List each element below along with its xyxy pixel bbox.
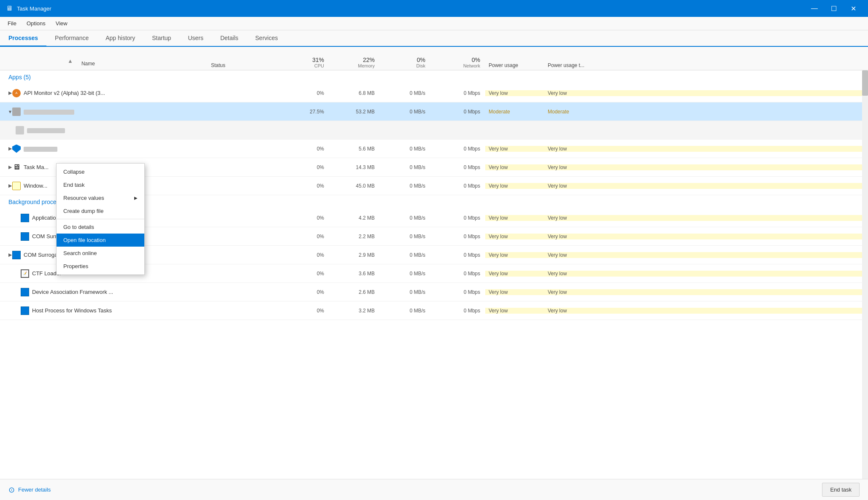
process-icon — [12, 250, 21, 260]
tab-startup[interactable]: Startup — [143, 30, 179, 47]
ctx-open-file-label: Open file location — [63, 237, 105, 243]
process-memory: 3.6 MB — [329, 271, 380, 277]
close-button[interactable]: ✕ — [844, 0, 863, 17]
process-icon — [15, 126, 24, 135]
process-disk: 0 MB/s — [380, 289, 430, 295]
process-power2: Very low — [544, 234, 868, 239]
process-network: 0 Mbps — [430, 215, 485, 221]
ctx-separator — [57, 219, 144, 219]
fewer-details-button[interactable]: ⊙ Fewer details — [8, 485, 51, 495]
process-power: Very low — [485, 164, 544, 170]
tab-performance[interactable]: Performance — [46, 30, 97, 47]
process-power2: Very low — [544, 308, 868, 314]
process-icon — [20, 213, 30, 223]
ctx-properties[interactable]: Properties — [57, 260, 144, 273]
minimize-button[interactable]: — — [805, 0, 824, 17]
expand-icon[interactable]: ▶ — [2, 146, 12, 151]
tab-details[interactable]: Details — [212, 30, 247, 47]
process-cpu: 0% — [279, 146, 329, 152]
process-power2: Very low — [544, 271, 868, 277]
ctx-search-online[interactable]: Search online — [57, 247, 144, 260]
table-row[interactable] — [0, 121, 868, 140]
col-header-memory: 22% Memory — [329, 56, 380, 68]
expand-icon[interactable]: ▶ — [2, 183, 12, 188]
process-cpu: 0% — [279, 289, 329, 295]
process-cpu: 0% — [279, 90, 329, 96]
fewer-details-icon: ⊙ — [8, 485, 15, 495]
process-disk: 0 MB/s — [380, 146, 430, 152]
tab-services[interactable]: Services — [247, 30, 287, 47]
process-disk: 0 MB/s — [380, 234, 430, 239]
process-name: Device Association Framework ... — [32, 289, 171, 295]
tab-users[interactable]: Users — [179, 30, 212, 47]
tab-app-history[interactable]: App history — [97, 30, 143, 47]
process-power2: Very low — [544, 215, 868, 221]
process-memory: 4.2 MB — [329, 215, 380, 221]
process-disk: 0 MB/s — [380, 252, 430, 258]
fewer-details-label: Fewer details — [18, 487, 51, 493]
process-disk: 0 MB/s — [380, 215, 430, 221]
ctx-end-task[interactable]: End task — [57, 178, 144, 191]
process-power: Very low — [485, 234, 544, 239]
process-icon: 📝 — [20, 269, 30, 278]
process-memory: 3.2 MB — [329, 308, 380, 314]
window-title: Task Manager — [17, 5, 51, 12]
collapse-arrow-top[interactable]: ▲ — [68, 58, 73, 64]
process-cpu: 0% — [279, 252, 329, 258]
process-power: Very low — [485, 289, 544, 295]
process-power: Very low — [485, 90, 544, 96]
expand-icon[interactable]: ▶ — [2, 252, 12, 258]
process-memory: 2.2 MB — [329, 234, 380, 239]
table-row[interactable]: ▶ 0% 5.6 MB 0 MB/s 0 Mbps Very low Very … — [0, 140, 868, 158]
scrollbar-thumb[interactable] — [862, 70, 868, 96]
process-memory: 14.3 MB — [329, 164, 380, 170]
process-power2: Moderate — [544, 109, 868, 115]
ctx-go-to-details[interactable]: Go to details — [57, 220, 144, 234]
process-list: Apps (5) ▶ A API Monitor v2 (Alpha) 32-b… — [0, 70, 868, 479]
tab-processes[interactable]: Processes — [0, 30, 46, 47]
process-power2: Very low — [544, 164, 868, 170]
process-name: API Monitor v2 (Alpha) 32-bit (3... — [24, 90, 163, 96]
title-bar-controls: — ☐ ✕ — [805, 0, 863, 17]
expand-icon[interactable]: ▼ — [2, 109, 12, 114]
process-name — [27, 127, 166, 133]
table-row[interactable]: ▼ 27.5% 53.2 MB 0 MB/s 0 Mbps Moderate M… — [0, 102, 868, 121]
menu-options[interactable]: Options — [22, 19, 50, 28]
process-power: Very low — [485, 252, 544, 258]
menu-view[interactable]: View — [51, 19, 72, 28]
ctx-collapse-label: Collapse — [63, 169, 85, 175]
scrollbar[interactable] — [862, 70, 868, 479]
ctx-resource-values-label: Resource values — [63, 195, 104, 201]
maximize-button[interactable]: ☐ — [824, 0, 844, 17]
process-memory: 45.0 MB — [329, 183, 380, 189]
ctx-open-file-location[interactable]: Open file location — [57, 234, 144, 247]
title-bar-left: 🖥 Task Manager — [5, 4, 51, 13]
process-memory: 6.8 MB — [329, 90, 380, 96]
ctx-resource-values[interactable]: Resource values ▶ — [57, 191, 144, 204]
col-header-name: Name — [73, 61, 95, 67]
expand-icon[interactable]: ▶ — [2, 164, 12, 170]
table-row[interactable]: Host Process for Windows Tasks 0% 3.2 MB… — [0, 301, 868, 320]
process-power2: Very low — [544, 289, 868, 295]
table-row[interactable]: Device Association Framework ... 0% 2.6 … — [0, 283, 868, 301]
process-memory: 2.6 MB — [329, 289, 380, 295]
process-name — [24, 145, 163, 152]
process-icon — [20, 288, 30, 297]
table-row[interactable]: ▶ A API Monitor v2 (Alpha) 32-bit (3... … — [0, 84, 868, 102]
ctx-search-online-label: Search online — [63, 250, 97, 256]
col-header-status: Status — [211, 62, 279, 68]
ctx-collapse[interactable]: Collapse — [57, 165, 144, 178]
col-header-cpu: 31% CPU — [279, 56, 329, 68]
process-disk: 0 MB/s — [380, 271, 430, 277]
ctx-go-to-details-label: Go to details — [63, 224, 94, 230]
end-task-button[interactable]: End task — [822, 483, 860, 497]
menu-file[interactable]: File — [3, 19, 21, 28]
process-power: Very low — [485, 308, 544, 314]
process-cpu: 0% — [279, 215, 329, 221]
process-network: 0 Mbps — [430, 146, 485, 152]
process-power: Very low — [485, 271, 544, 277]
process-disk: 0 MB/s — [380, 308, 430, 314]
expand-icon[interactable]: ▶ — [2, 90, 12, 96]
ctx-create-dump[interactable]: Create dump file — [57, 204, 144, 218]
process-power: Moderate — [485, 109, 544, 115]
